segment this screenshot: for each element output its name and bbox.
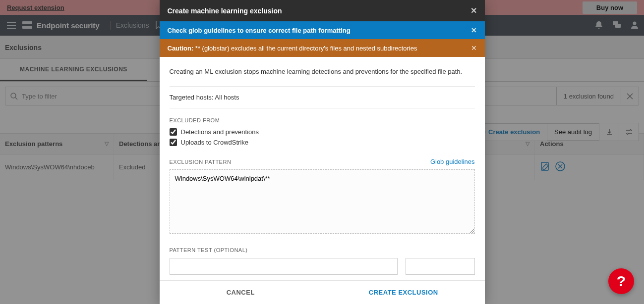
modal-title: Create machine learning exclusion — [168, 7, 282, 15]
cancel-button[interactable]: CANCEL — [160, 281, 323, 304]
checkbox-uploads-input[interactable] — [170, 139, 177, 146]
create-exclusion-modal: Create machine learning exclusion ✕ Chec… — [160, 0, 485, 304]
excluded-from-label: EXCLUDED FROM — [170, 117, 475, 123]
targeted-hosts: Targeted hosts: All hosts — [170, 86, 475, 108]
checkbox-detections-input[interactable] — [170, 128, 177, 136]
glob-guidelines-link[interactable]: Glob guidelines — [430, 158, 475, 165]
pattern-test-label: PATTERN TEST (OPTIONAL) — [170, 247, 475, 253]
modal-description: Creating an ML exclusion stops machine l… — [170, 66, 475, 77]
dismiss-warning-icon[interactable]: ✕ — [471, 44, 477, 52]
close-icon[interactable]: ✕ — [470, 6, 477, 15]
checkbox-detections[interactable]: Detections and preventions — [170, 128, 475, 136]
modal-header: Create machine learning exclusion ✕ — [160, 0, 485, 21]
pattern-test-input-2[interactable] — [406, 258, 475, 275]
checkbox-uploads[interactable]: Uploads to CrowdStrike — [170, 139, 475, 146]
info-alert: Check glob guidelines to ensure correct … — [160, 21, 485, 39]
help-fab[interactable]: ? — [608, 268, 634, 294]
exclusion-pattern-input[interactable] — [170, 169, 475, 234]
modal-footer: CANCEL CREATE EXCLUSION — [160, 280, 485, 304]
create-button[interactable]: CREATE EXCLUSION — [322, 281, 485, 304]
info-alert-text: Check glob guidelines to ensure correct … — [168, 27, 351, 34]
modal-overlay: Create machine learning exclusion ✕ Chec… — [0, 0, 644, 304]
dismiss-info-icon[interactable]: ✕ — [471, 26, 477, 34]
warning-alert: Caution: ** (globstar) excludes all the … — [160, 39, 485, 57]
warning-alert-text: Caution: ** (globstar) excludes all the … — [168, 45, 417, 52]
pattern-test-input-1[interactable] — [170, 258, 398, 275]
exclusion-pattern-label: EXCLUSION PATTERN — [170, 159, 232, 165]
